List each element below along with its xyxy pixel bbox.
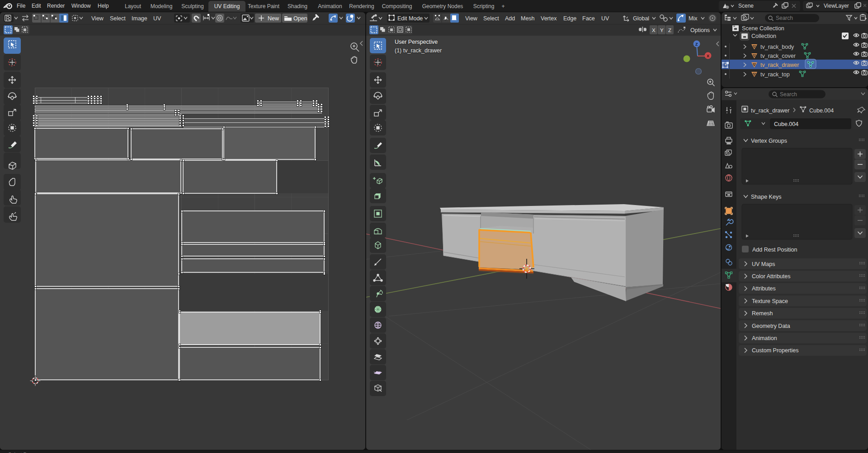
svg-text:Mix: Mix <box>689 15 698 22</box>
svg-text:View: View <box>465 15 478 22</box>
svg-text:Z: Z <box>695 42 698 47</box>
svg-text:UV: UV <box>601 15 609 22</box>
svg-text:X: X <box>652 28 656 33</box>
svg-text:UV: UV <box>153 15 161 22</box>
svg-text:New: New <box>268 15 279 22</box>
svg-text:Y: Y <box>660 28 664 33</box>
svg-text:Z: Z <box>668 28 671 33</box>
svg-text:Cube.004: Cube.004 <box>774 121 798 127</box>
svg-text:Vertex Groups: Vertex Groups <box>751 138 787 144</box>
svg-text:Custom Properties: Custom Properties <box>752 347 799 354</box>
svg-text:Edge: Edge <box>563 15 576 22</box>
svg-text:Vertex: Vertex <box>541 15 557 22</box>
svg-text:X: X <box>707 54 709 58</box>
svg-text:Mesh: Mesh <box>521 15 535 22</box>
svg-text:Face: Face <box>582 15 595 22</box>
svg-text:Global: Global <box>633 15 649 22</box>
svg-text:tv_rack_drawer: tv_rack_drawer <box>760 62 799 68</box>
svg-text:Select: Select <box>483 15 499 22</box>
svg-text:Attributes: Attributes <box>752 285 776 292</box>
svg-text:Select: Select <box>110 15 126 22</box>
svg-text:Collection: Collection <box>751 33 776 39</box>
svg-text:Add Rest Position: Add Rest Position <box>752 247 797 253</box>
svg-text:Open: Open <box>293 15 307 22</box>
svg-text:Remesh: Remesh <box>752 310 773 317</box>
svg-text:tv_rack_top: tv_rack_top <box>760 71 790 78</box>
svg-text:tv_rack_cover: tv_rack_cover <box>760 53 796 59</box>
svg-text:Options: Options <box>690 27 710 33</box>
svg-text:Texture Space: Texture Space <box>752 298 788 304</box>
svg-text:UV Maps: UV Maps <box>752 261 775 267</box>
svg-text:Animation: Animation <box>752 335 777 341</box>
svg-text:tv_rack_body: tv_rack_body <box>760 44 794 50</box>
svg-text:Color Attributes: Color Attributes <box>752 273 790 280</box>
svg-text:View: View <box>91 15 104 22</box>
svg-text:Scene Collection: Scene Collection <box>742 25 784 32</box>
svg-text:tv_rack_drawer: tv_rack_drawer <box>751 107 789 114</box>
svg-text:Search: Search <box>780 91 797 98</box>
svg-text:Cube.004: Cube.004 <box>809 107 834 114</box>
svg-text:Image: Image <box>132 15 147 22</box>
svg-text:Add: Add <box>505 15 515 22</box>
svg-text:Shape Keys: Shape Keys <box>751 194 781 200</box>
svg-text:Search: Search <box>776 15 793 21</box>
svg-text:Edit Mode: Edit Mode <box>397 15 423 22</box>
svg-text:Geometry Data: Geometry Data <box>752 323 790 329</box>
